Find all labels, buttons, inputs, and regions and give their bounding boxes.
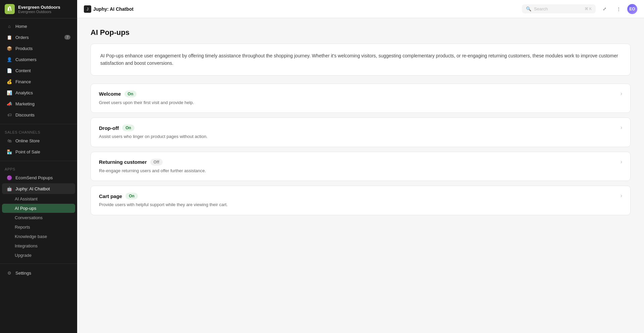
sidebar-subitem-knowledge-base[interactable]: Knowledge base (2, 232, 75, 241)
analytics-icon: 📊 (7, 90, 12, 95)
settings-icon: ⚙ (7, 270, 12, 276)
store-icon: 🛍 (7, 138, 12, 143)
pos-icon: 🏪 (7, 149, 12, 154)
popup-row-returning-header: Returning customer Off (99, 159, 615, 165)
apps-section: Apps 🟣 EcomSend Popups 🤖 Juphy: AI Chatb… (0, 162, 77, 262)
popup-row-returning: Returning customer Off Re-engage returni… (91, 152, 631, 181)
sidebar-subitem-upgrade[interactable]: Upgrade (2, 251, 75, 260)
sidebar-item-point-of-sale[interactable]: 🏪 Point of Sale (2, 146, 75, 157)
juphy-icon: 🤖 (7, 186, 12, 191)
popup-row-welcome-header: Welcome On (99, 91, 615, 97)
topbar: J Juphy: AI Chatbot 🔍 Search ⌘ K ⤢ ⋮ EO (77, 0, 644, 18)
cart-toggle[interactable]: On (125, 193, 138, 199)
sidebar-item-discounts[interactable]: 🏷 Discounts (2, 109, 75, 120)
sidebar-item-finance[interactable]: 💰 Finance (2, 76, 75, 87)
dropoff-toggle[interactable]: On (122, 125, 135, 131)
popup-row-welcome-content: Welcome On Greet users upon their first … (99, 91, 615, 106)
welcome-chevron-icon: › (621, 91, 622, 97)
popup-returning-title: Returning customer (99, 159, 147, 165)
returning-desc: Re-engage returning users and offer furt… (99, 168, 615, 174)
welcome-toggle[interactable]: On (124, 91, 137, 97)
sidebar-branding: Evergreen Outdoors Evergreen Outdoors (0, 0, 77, 18)
home-icon: ⌂ (7, 23, 12, 29)
sidebar-item-marketing[interactable]: 📣 Marketing (2, 98, 75, 109)
expand-button[interactable]: ⤢ (599, 4, 610, 14)
intro-card: AI Pop-ups enhance user engagement by of… (91, 44, 631, 76)
sidebar-item-home[interactable]: ⌂ Home (2, 21, 75, 32)
topbar-app-name: Juphy: AI Chatbot (93, 6, 133, 12)
popup-row-dropoff-header: Drop-off On (99, 125, 615, 131)
page-content-area: AI Pop-ups AI Pop-ups enhance user engag… (77, 18, 644, 333)
popup-cart-title: Cart page (99, 193, 122, 199)
popup-row-dropoff-content: Drop-off On Assist users who linger on p… (99, 125, 615, 140)
apps-label: Apps (0, 164, 77, 172)
store-sub: Evergreen Outdoors (18, 10, 60, 14)
sidebar-item-online-store[interactable]: 🛍 Online Store (2, 135, 75, 146)
sidebar-item-orders[interactable]: 📋 Orders 7 (2, 32, 75, 43)
products-icon: 📦 (7, 46, 12, 51)
page-title: AI Pop-ups (91, 28, 631, 37)
shopify-logo (5, 4, 15, 14)
popup-dropoff-title: Drop-off (99, 125, 119, 131)
cart-chevron-icon: › (621, 193, 622, 199)
divider-2 (0, 161, 77, 161)
sales-channels-section: Sales channels 🛍 Online Store 🏪 Point of… (0, 126, 77, 159)
search-shortcut: ⌘ K (585, 7, 592, 11)
sidebar-item-analytics[interactable]: 📊 Analytics (2, 87, 75, 98)
cart-desc: Provide users with helpful support while… (99, 201, 615, 208)
sidebar-subitem-ai-assistant[interactable]: AI Assistant (2, 194, 75, 203)
sidebar-subitem-reports[interactable]: Reports (2, 223, 75, 232)
sidebar-item-juphy[interactable]: 🤖 Juphy: AI Chatbot (2, 183, 75, 194)
content-icon: 📄 (7, 68, 12, 73)
orders-icon: 📋 (7, 35, 12, 40)
topbar-actions: 🔍 Search ⌘ K ⤢ ⋮ EO (522, 4, 637, 14)
user-avatar[interactable]: EO (627, 4, 637, 14)
divider-1 (0, 124, 77, 124)
more-options-button[interactable]: ⋮ (613, 4, 624, 14)
search-icon: 🔍 (526, 6, 531, 11)
divider-3 (0, 264, 77, 264)
sidebar-subitem-conversations[interactable]: Conversations (2, 213, 75, 222)
sidebar-item-content[interactable]: 📄 Content (2, 65, 75, 76)
main-content: J Juphy: AI Chatbot 🔍 Search ⌘ K ⤢ ⋮ EO … (77, 0, 644, 333)
welcome-desc: Greet users upon their first visit and p… (99, 99, 615, 106)
ecomsend-icon: 🟣 (7, 175, 12, 180)
search-bar[interactable]: 🔍 Search ⌘ K (522, 4, 596, 13)
sidebar-item-products[interactable]: 📦 Products (2, 43, 75, 54)
popup-row-cart: Cart page On Provide users with helpful … (91, 186, 631, 215)
sidebar-subitem-integrations[interactable]: Integrations (2, 241, 75, 250)
popup-row-cart-content: Cart page On Provide users with helpful … (99, 193, 615, 208)
store-name: Evergreen Outdoors (18, 5, 60, 10)
sidebar-item-ecomsend[interactable]: 🟣 EcomSend Popups (2, 172, 75, 183)
returning-toggle[interactable]: Off (150, 159, 163, 165)
popup-row-cart-header: Cart page On (99, 193, 615, 199)
settings-section: ⚙ Settings (0, 265, 77, 281)
dropoff-desc: Assist users who linger on product pages… (99, 133, 615, 140)
popup-row-returning-content: Returning customer Off Re-engage returni… (99, 159, 615, 174)
intro-text: AI Pop-ups enhance user engagement by of… (100, 52, 621, 67)
popup-welcome-title: Welcome (99, 91, 121, 97)
orders-badge: 7 (64, 35, 70, 40)
sales-channels-label: Sales channels (0, 128, 77, 135)
app-logo-small: J (84, 5, 91, 13)
finance-icon: 💰 (7, 79, 12, 84)
sidebar-subitem-ai-pop-ups[interactable]: AI Pop-ups (2, 204, 75, 213)
customers-icon: 👤 (7, 57, 12, 62)
popup-row-welcome: Welcome On Greet users upon their first … (91, 84, 631, 113)
marketing-icon: 📣 (7, 101, 12, 106)
main-nav: ⌂ Home 📋 Orders 7 📦 Products 👤 Customers… (0, 18, 77, 123)
sidebar-item-settings[interactable]: ⚙ Settings (2, 268, 75, 278)
dropoff-chevron-icon: › (621, 125, 622, 131)
discounts-icon: 🏷 (7, 112, 12, 117)
sidebar: Evergreen Outdoors Evergreen Outdoors ⌂ … (0, 0, 77, 333)
sidebar-item-customers[interactable]: 👤 Customers (2, 54, 75, 65)
breadcrumb: J Juphy: AI Chatbot (84, 5, 133, 13)
popup-row-dropoff: Drop-off On Assist users who linger on p… (91, 117, 631, 147)
returning-chevron-icon: › (621, 159, 622, 165)
